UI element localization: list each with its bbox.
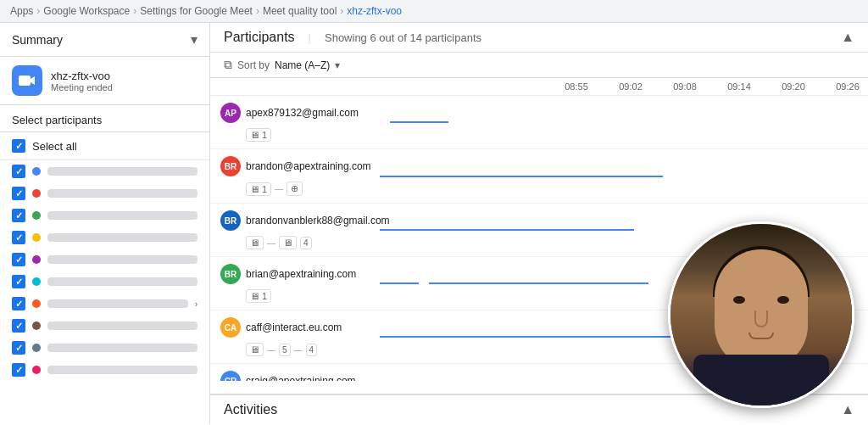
list-item[interactable] xyxy=(0,359,209,381)
email-col: AP apex879132@gmail.com 🖥 1 xyxy=(210,96,380,148)
panel-header: Participants | Showing 6 out of 14 parti… xyxy=(210,23,868,53)
list-item[interactable] xyxy=(0,160,209,182)
filter-icon: ⧉ xyxy=(224,58,232,72)
sort-value[interactable]: Name (A–Z) xyxy=(275,59,330,71)
participant-checkbox[interactable] xyxy=(12,187,25,200)
participant-name-blur xyxy=(47,211,198,220)
eye-right xyxy=(777,296,789,304)
breadcrumb-workspace[interactable]: Google Workspace xyxy=(43,5,130,17)
participant-dot xyxy=(32,299,41,308)
participant-name-blur xyxy=(47,299,188,308)
list-item[interactable] xyxy=(0,271,209,293)
participant-checkbox[interactable] xyxy=(12,341,25,355)
monitor-icon: 🖥 1 xyxy=(246,128,271,142)
list-item[interactable] xyxy=(0,249,209,271)
participant-dot xyxy=(32,211,41,220)
email-col: CA caff@interact.eu.com 🖥 — 5 — 4 xyxy=(210,310,380,363)
participant-dot xyxy=(32,189,41,198)
monitor-icon2: 🖥 xyxy=(279,236,297,249)
participant-checkbox[interactable] xyxy=(12,231,25,244)
participant-email: brian@apextraining.com xyxy=(246,268,356,280)
time-label: 09:14 xyxy=(712,78,766,95)
participant-name-blur xyxy=(47,344,198,352)
panel-title-row: Participants | Showing 6 out of 14 parti… xyxy=(224,30,481,45)
participant-name-blur xyxy=(47,366,198,374)
avatar: BR xyxy=(220,264,241,284)
webcam-face xyxy=(670,224,852,405)
breadcrumb-current: xhz-zftx-voo xyxy=(347,5,402,17)
list-item[interactable]: › xyxy=(0,293,209,315)
select-participants-label: Select participants xyxy=(12,114,102,126)
count-badge2: 4 xyxy=(306,344,318,356)
breadcrumb-settings[interactable]: Settings for Google Meet xyxy=(140,5,253,17)
participant-dot xyxy=(32,255,41,264)
participant-email: brandon@apextraining.com xyxy=(246,160,371,172)
email-header: BR brandon@apextraining.com xyxy=(220,156,370,176)
timeline-bar xyxy=(380,336,697,338)
avatar: BR xyxy=(220,210,241,231)
monitor-icon: 🖥 xyxy=(246,343,264,356)
sort-label: Sort by xyxy=(237,59,270,71)
time-label: 09:26 xyxy=(821,78,868,95)
list-item[interactable] xyxy=(0,315,209,337)
list-item[interactable] xyxy=(0,182,209,204)
collapse-icon[interactable]: ▲ xyxy=(841,30,854,45)
participant-name-blur xyxy=(47,277,198,286)
nose xyxy=(754,310,768,327)
participant-checkbox[interactable] xyxy=(12,319,25,333)
avatar: BR xyxy=(220,156,241,176)
panel-title: Participants xyxy=(224,30,295,45)
sort-bar: ⧉ Sort by Name (A–Z) ▾ xyxy=(210,53,868,78)
sort-chevron-icon: ▾ xyxy=(335,59,340,71)
breadcrumb-quality[interactable]: Meet quality tool xyxy=(263,5,337,17)
participant-email: caff@interact.eu.com xyxy=(246,322,342,333)
select-all-checkbox[interactable] xyxy=(12,139,25,153)
activities-title: Activities xyxy=(224,402,277,417)
timeline-header: 08:55 09:02 09:08 09:14 09:20 09:26 09:3… xyxy=(210,78,868,96)
empty-col xyxy=(380,78,549,95)
participant-checkbox[interactable] xyxy=(12,363,25,377)
list-item[interactable] xyxy=(0,337,209,359)
sep4: › xyxy=(340,5,343,17)
list-item[interactable] xyxy=(0,226,209,249)
participant-dot xyxy=(32,322,41,330)
participant-email: brandonvanblerk88@gmail.com xyxy=(246,215,390,226)
participant-checkbox[interactable] xyxy=(12,209,25,222)
participant-checkbox[interactable] xyxy=(12,165,25,178)
participant-dot xyxy=(32,233,41,242)
device-icons: 🖥 — 5 — 4 xyxy=(220,343,370,356)
participant-list: › xyxy=(0,160,209,381)
device-icons: 🖥 1 — ⊕ xyxy=(220,182,370,196)
participant-dot xyxy=(32,344,41,352)
monitor-icon: 🖥 xyxy=(246,236,264,249)
participant-email: craig@apextraining.com xyxy=(246,375,356,381)
participant-checkbox[interactable] xyxy=(12,253,25,266)
breadcrumb: Apps › Google Workspace › Settings for G… xyxy=(0,0,868,23)
divider-icon: — xyxy=(267,345,275,355)
participant-email: apex879132@gmail.com xyxy=(246,107,359,119)
participant-checkbox[interactable] xyxy=(12,275,25,288)
face-shape xyxy=(715,249,808,368)
participant-dot xyxy=(32,277,41,286)
sidebar: Summary ▾ xhz-zftx-voo Meeting ended Sel… xyxy=(0,23,210,424)
participant-checkbox[interactable] xyxy=(12,297,25,310)
device-icons: 🖥 — 🖥 4 xyxy=(220,236,370,249)
participant-name-blur xyxy=(47,322,198,330)
count-badge: 5 xyxy=(279,344,291,356)
list-item[interactable] xyxy=(0,204,209,226)
select-all-row[interactable]: Select all xyxy=(0,132,209,160)
email-col: CR craig@apextraining.com 🖥 1 xyxy=(210,364,380,381)
meeting-info: xhz-zftx-voo Meeting ended xyxy=(0,57,209,105)
divider-icon2: — xyxy=(294,345,303,355)
breadcrumb-apps[interactable]: Apps xyxy=(10,5,33,17)
sep2: › xyxy=(133,5,136,17)
participant-row-2: BR brandon@apextraining.com 🖥 1 — ⊕ xyxy=(210,149,868,204)
device-icons: 🖥 1 xyxy=(220,289,370,303)
mouth xyxy=(748,333,774,339)
summary-section[interactable]: Summary ▾ xyxy=(0,23,209,57)
svg-rect-0 xyxy=(19,75,31,86)
summary-label: Summary xyxy=(12,33,63,47)
timeline-bar xyxy=(390,121,448,123)
email-header: CA caff@interact.eu.com xyxy=(220,317,370,338)
summary-chevron-icon: ▾ xyxy=(191,31,198,48)
